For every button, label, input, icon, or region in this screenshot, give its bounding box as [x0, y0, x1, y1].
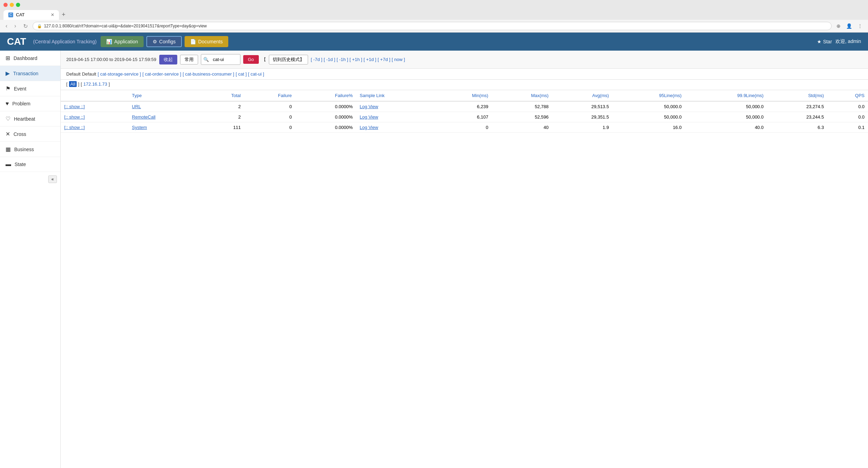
nav-plus7d[interactable]: [ +7d ]	[378, 57, 391, 62]
ip-link[interactable]: 172.16.1.73	[83, 81, 107, 87]
type-link[interactable]: URL	[132, 104, 141, 109]
failure-cell: 0	[244, 122, 295, 133]
sidebar-label-transaction: Transaction	[13, 71, 39, 76]
domain-cat-business[interactable]: [ cat-business-consumer ]	[182, 71, 234, 77]
new-tab-button[interactable]: +	[60, 10, 67, 20]
sidebar-item-event[interactable]: ⚑ Event	[0, 81, 60, 96]
content-area: 2019-04-15 17:00:00 to 2019-04-15 17:59:…	[61, 51, 868, 468]
address-bar[interactable]: 🔒 127.0.0.1:8080/cat/r/t?domain=cat-ui&i…	[33, 22, 832, 30]
sidebar-item-problem[interactable]: ♥ Problem	[0, 96, 60, 111]
bracket-open-2: [	[81, 81, 82, 87]
configs-label: Configs	[159, 39, 176, 44]
minimize-window-button[interactable]	[10, 3, 14, 7]
log-view-link[interactable]: Log View	[360, 125, 378, 130]
application-label: Application	[114, 39, 138, 44]
line999-cell: 50,000.0	[685, 101, 767, 112]
close-window-button[interactable]	[3, 3, 8, 7]
col-header-type[interactable]: Type	[128, 90, 204, 101]
browser-tab[interactable]: C CAT ×	[3, 10, 59, 20]
col-header-999line[interactable]: 99.9Line(ms)	[685, 90, 767, 101]
nav-plus1h[interactable]: [ +1h ]	[350, 57, 363, 62]
browser-toolbar: ‹ › ↻ 🔒 127.0.0.1:8080/cat/r/t?domain=ca…	[0, 20, 868, 33]
col-header-sample[interactable]: Sample Link	[356, 90, 435, 101]
nav-now[interactable]: [ now ]	[392, 57, 405, 62]
nav-minus7d[interactable]: [ -7d ]	[311, 57, 322, 62]
user-greeting: 欢迎, admin	[835, 38, 861, 45]
min-cell: 6,239	[434, 101, 492, 112]
nav-minus1h[interactable]: [ -1h ]	[337, 57, 348, 62]
nav-minus1d[interactable]: [ -1d ]	[324, 57, 335, 62]
col-header-qps[interactable]: QPS	[827, 90, 868, 101]
sidebar-label-cross: Cross	[14, 131, 26, 137]
type-cell: System	[128, 122, 204, 133]
col-header-min[interactable]: Min(ms)	[434, 90, 492, 101]
table-header-row: Type Total Failure Failure% Sample Link …	[61, 90, 868, 101]
translate-button[interactable]: ⊕	[834, 22, 843, 30]
avg-cell: 29,351.5	[552, 112, 612, 122]
search-input[interactable]	[210, 55, 238, 63]
show-link-cell: [:: show ::]	[61, 112, 128, 122]
type-link[interactable]: System	[132, 125, 147, 130]
col-header-max[interactable]: Max(ms)	[492, 90, 552, 101]
back-button[interactable]: ‹	[3, 22, 9, 30]
tab-favicon: C	[8, 12, 13, 17]
forward-button[interactable]: ›	[12, 22, 18, 30]
line95-cell: 50,000.0	[612, 101, 685, 112]
business-icon: ▦	[6, 146, 11, 153]
sidebar-label-business: Business	[14, 147, 34, 152]
col-header-failure[interactable]: Failure	[244, 90, 295, 101]
documents-button[interactable]: 📄 Documents	[185, 36, 228, 47]
refresh-button[interactable]: ↻	[21, 22, 30, 30]
maximize-window-button[interactable]	[16, 3, 20, 7]
sidebar-item-transaction[interactable]: ▶ Transaction	[0, 66, 60, 81]
sidebar-item-heartbeat[interactable]: ♡ Heartbeat	[0, 111, 60, 127]
line999-cell: 50,000.0	[685, 112, 767, 122]
col-header-total[interactable]: Total	[204, 90, 244, 101]
application-button[interactable]: 📊 Application	[101, 36, 144, 47]
log-view-link[interactable]: Log View	[360, 104, 378, 109]
heartbeat-icon: ♡	[6, 115, 10, 122]
col-header-avg[interactable]: Avg(ms)	[552, 90, 612, 101]
history-bracket-open: 【	[262, 57, 266, 63]
configs-button[interactable]: ⚙ Configs	[146, 36, 182, 47]
table-row: [:: show ::] RemoteCall 2 0 0.0000% Log …	[61, 112, 868, 122]
col-header-std[interactable]: Std(ms)	[767, 90, 827, 101]
domain-cat-ui[interactable]: [ cat-ui ]	[248, 71, 264, 77]
history-mode-button[interactable]: 切到历史模式】	[269, 55, 308, 64]
domain-cat-storage[interactable]: [ cat-storage-service ]	[97, 71, 141, 77]
transaction-icon: ▶	[6, 70, 10, 77]
min-cell: 0	[434, 122, 492, 133]
nav-plus1d[interactable]: [ +1d ]	[364, 57, 376, 62]
tab-close-button[interactable]: ×	[51, 12, 54, 18]
go-button[interactable]: Go	[243, 55, 259, 64]
star-button[interactable]: ★ Star	[817, 39, 832, 44]
all-ip-link[interactable]: All	[69, 81, 77, 87]
total-cell: 111	[204, 122, 244, 133]
collapse-time-button[interactable]: 收起	[159, 55, 177, 64]
normal-time-button[interactable]: 常用	[180, 55, 198, 64]
show-link[interactable]: [:: show ::]	[64, 104, 85, 109]
show-link[interactable]: [:: show ::]	[64, 125, 85, 130]
profile-button[interactable]: 👤	[844, 22, 854, 30]
domain-cat-order[interactable]: [ cat-order-service ]	[142, 71, 181, 77]
sidebar-item-business[interactable]: ▦ Business	[0, 142, 60, 157]
log-view-link[interactable]: Log View	[360, 114, 378, 120]
sidebar-item-state[interactable]: ▬ State	[0, 157, 60, 172]
sidebar-collapse: «	[0, 172, 60, 187]
nav-links: [ -7d ] [ -1d ] [ -1h ] [ +1h ] [ +1d ] …	[311, 57, 405, 62]
col-header-failure-pct[interactable]: Failure%	[295, 90, 356, 101]
col-header-empty	[61, 90, 128, 101]
collapse-button[interactable]: «	[48, 175, 57, 183]
domain-cat[interactable]: [ cat ]	[236, 71, 247, 77]
bracket-close-1: ]	[78, 81, 79, 87]
table-wrapper: Type Total Failure Failure% Sample Link …	[61, 90, 868, 133]
sidebar-item-dashboard[interactable]: ⊞ Dashboard	[0, 51, 60, 66]
menu-button[interactable]: ⋮	[856, 22, 865, 30]
col-header-95line[interactable]: 95Line(ms)	[612, 90, 685, 101]
gear-icon: ⚙	[153, 39, 157, 44]
show-link[interactable]: [:: show ::]	[64, 114, 85, 120]
max-cell: 52,596	[492, 112, 552, 122]
event-icon: ⚑	[6, 85, 10, 92]
sidebar-item-cross[interactable]: ✕ Cross	[0, 127, 60, 142]
type-link[interactable]: RemoteCall	[132, 114, 155, 120]
